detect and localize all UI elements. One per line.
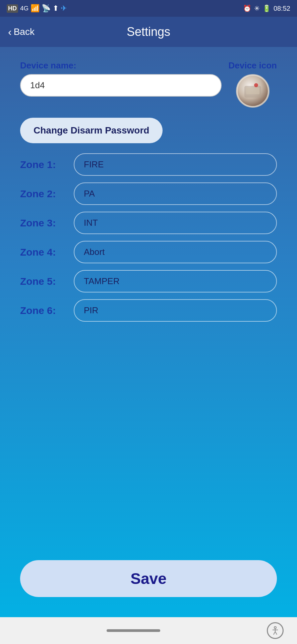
zone-1-input[interactable] (74, 153, 277, 176)
app-header: ‹ Back Settings (0, 17, 297, 47)
zone-row: Zone 6: (20, 299, 277, 322)
app-icon: ✈ (61, 4, 67, 13)
zone-3-label: Zone 3: (20, 217, 67, 229)
wifi-icon: 📡 (42, 4, 51, 13)
back-chevron-icon: ‹ (8, 26, 12, 38)
zone-4-input[interactable] (74, 241, 277, 263)
zone-row: Zone 5: (20, 270, 277, 292)
accessibility-icon[interactable] (267, 622, 284, 639)
zone-4-label: Zone 4: (20, 247, 67, 258)
home-indicator[interactable] (107, 629, 160, 632)
save-button[interactable]: Save (20, 560, 277, 597)
usb-icon: ⬆ (53, 4, 59, 13)
main-content: Device name: Device icon (0, 47, 297, 560)
device-name-area: Device name: (20, 60, 222, 97)
status-bar: HD 4G 📶 📡 ⬆ ✈ ⏰ ✳ 🔋 08:52 (0, 0, 297, 17)
device-icon-label: Device icon (228, 60, 277, 71)
status-left: HD 4G 📶 📡 ⬆ ✈ (7, 4, 67, 13)
zone-2-input[interactable] (74, 182, 277, 205)
zone-row: Zone 4: (20, 241, 277, 263)
device-name-label: Device name: (20, 60, 222, 71)
status-right: ⏰ ✳ 🔋 08:52 (243, 4, 290, 12)
hd-icon: HD (7, 4, 18, 13)
signal-icon: 📶 (31, 4, 40, 13)
zone-5-input[interactable] (74, 270, 277, 292)
device-thumbnail (238, 76, 268, 106)
bluetooth-icon: ✳ (254, 4, 260, 12)
zone-6-label: Zone 6: (20, 305, 67, 316)
back-label: Back (14, 26, 35, 37)
svg-line-7 (274, 632, 275, 635)
device-section: Device name: Device icon (20, 60, 277, 108)
zone-6-input[interactable] (74, 299, 277, 322)
time-display: 08:52 (274, 5, 290, 12)
zone-3-input[interactable] (74, 212, 277, 234)
svg-rect-2 (246, 88, 259, 94)
device-name-input[interactable] (20, 74, 222, 97)
zone-5-label: Zone 5: (20, 276, 67, 287)
battery-icon: 🔋 (262, 4, 271, 12)
device-icon-area: Device icon (228, 60, 277, 108)
zone-1-label: Zone 1: (20, 159, 67, 170)
page-title: Settings (127, 25, 170, 39)
zone-row: Zone 3: (20, 212, 277, 234)
network-4g-icon: 4G (20, 5, 28, 12)
zone-2-label: Zone 2: (20, 188, 67, 200)
svg-point-3 (254, 83, 258, 87)
back-button[interactable]: ‹ Back (8, 26, 35, 38)
device-icon-image[interactable] (236, 74, 270, 108)
alarm-icon: ⏰ (243, 4, 251, 12)
svg-line-8 (275, 632, 277, 635)
zone-row: Zone 1: (20, 153, 277, 176)
change-disarm-password-button[interactable]: Change Disarm Password (20, 118, 163, 143)
svg-point-4 (274, 627, 276, 629)
zone-row: Zone 2: (20, 182, 277, 205)
save-section: Save (0, 560, 297, 617)
zones-section: Zone 1:Zone 2:Zone 3:Zone 4:Zone 5:Zone … (20, 153, 277, 322)
bottom-nav-bar (0, 617, 297, 644)
